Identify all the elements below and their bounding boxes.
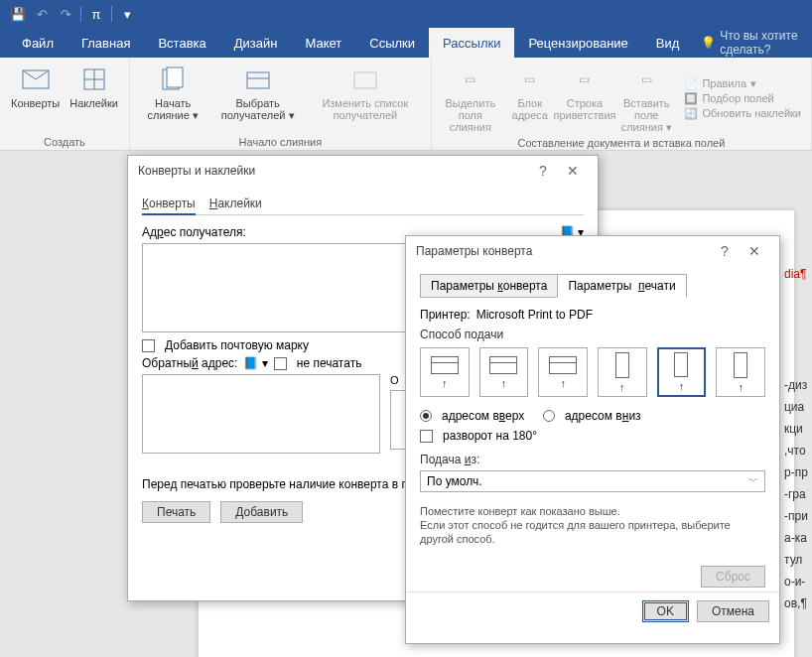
pi-icon[interactable]: π xyxy=(84,2,108,26)
tab-references[interactable]: Ссылки xyxy=(355,28,429,58)
face-down-label: адресом вниз xyxy=(565,409,641,423)
update-labels-button: 🔄 Обновить наклейки xyxy=(684,107,801,120)
face-down-radio[interactable] xyxy=(543,410,555,422)
feed-opt-4[interactable]: ↑ xyxy=(598,347,647,397)
save-icon[interactable]: 💾 xyxy=(6,2,30,26)
edit-recipients-icon xyxy=(349,64,381,95)
greeting-label: Строка приветствия xyxy=(553,97,615,121)
dialog2-tab-print[interactable]: Параметры печати xyxy=(557,274,686,298)
dialog1-tabs: Конверты Наклейки xyxy=(142,194,584,215)
select-recipients-label: Выбрать получателей ▾ xyxy=(214,97,300,121)
tab-view[interactable]: Вид xyxy=(642,28,694,58)
cancel-button[interactable]: Отмена xyxy=(697,600,769,622)
group-create-label: Создать xyxy=(6,134,123,150)
dialog1-tab-envelopes[interactable]: Конверты xyxy=(142,194,196,215)
no-print-checkbox[interactable] xyxy=(274,357,287,370)
add-postage-checkbox[interactable] xyxy=(142,339,155,352)
recipients-icon xyxy=(242,64,274,95)
face-up-radio[interactable] xyxy=(420,410,432,422)
dialog2-tabs: Параметры конверта Параметры печати xyxy=(420,274,765,298)
group-create: Конверты Наклейки Создать xyxy=(0,58,130,150)
envelopes-button[interactable]: Конверты xyxy=(6,62,65,134)
ribbon: Конверты Наклейки Создать Начать слияние… xyxy=(0,58,812,151)
bulb-icon: 💡 xyxy=(701,36,716,50)
face-up-row: адресом вверх адресом вниз xyxy=(420,409,765,423)
return-address-input[interactable] xyxy=(142,374,380,454)
address-block-label: Блок адреса xyxy=(508,97,552,121)
rotate-checkbox[interactable] xyxy=(420,430,433,443)
envelopes-label: Конверты xyxy=(11,97,60,109)
labels-icon xyxy=(78,64,110,95)
select-recipients-button[interactable]: Выбрать получателей ▾ xyxy=(209,62,305,134)
dialog-envelope-options: Параметры конверта ? ✕ Параметры конверт… xyxy=(405,235,780,644)
redo-icon[interactable]: ↷ xyxy=(54,2,77,26)
svg-rect-5 xyxy=(167,67,183,87)
ribbon-tabs: Файл Главная Вставка Дизайн Макет Ссылки… xyxy=(0,28,812,58)
printer-label: Принтер: xyxy=(420,308,471,322)
dialog1-help-icon[interactable]: ? xyxy=(528,163,558,179)
dialog2-tab-envelope[interactable]: Параметры конверта xyxy=(420,274,558,298)
svg-rect-8 xyxy=(354,72,376,88)
face-up-label: адресом вверх xyxy=(442,409,524,423)
feed-from-label: Подача из: xyxy=(420,453,765,466)
start-merge-icon xyxy=(157,64,189,95)
highlight-icon: ▭ xyxy=(455,64,486,95)
ok-button[interactable]: OK xyxy=(642,600,689,622)
tab-layout[interactable]: Макет xyxy=(291,28,355,58)
group-write-insert: ▭ Выделить поля слияния ▭ Блок адреса ▭ … xyxy=(432,58,812,150)
feed-options: ↑ ↑ ↑ ↑ ↑ ↑ xyxy=(420,347,765,397)
group-start-label: Начало слияния xyxy=(136,134,425,150)
highlight-label: Выделить поля слияния xyxy=(443,97,498,133)
rotate-row[interactable]: разворот на 180° xyxy=(420,429,765,443)
feed-opt-5[interactable]: ↑ xyxy=(657,347,707,397)
start-merge-label: Начать слияние ▾ xyxy=(141,97,205,121)
feed-opt-6[interactable]: ↑ xyxy=(716,347,765,397)
tab-home[interactable]: Главная xyxy=(68,28,144,58)
dialog2-close-icon[interactable]: ✕ xyxy=(740,243,769,259)
tab-mailings[interactable]: Рассылки xyxy=(429,28,514,58)
start-merge-button[interactable]: Начать слияние ▾ xyxy=(136,62,210,134)
print-button[interactable]: Печать xyxy=(142,501,210,523)
labels-label: Наклейки xyxy=(69,97,118,109)
feed-from-select[interactable]: По умолч. ﹀ xyxy=(420,470,765,492)
group-write-label: Составление документа и вставка полей xyxy=(438,135,805,151)
tab-insert[interactable]: Вставка xyxy=(144,28,219,58)
feed-method-label: Способ подачи xyxy=(420,328,765,341)
svg-rect-6 xyxy=(247,72,269,88)
edit-recipients-label: Изменить список получателей xyxy=(311,97,420,121)
dialog1-title: Конверты и наклейки xyxy=(138,164,255,178)
dialog2-title: Параметры конверта xyxy=(416,244,532,258)
no-print-label: не печатать xyxy=(297,356,362,370)
tell-me-label: Что вы хотите сделать? xyxy=(720,29,804,57)
undo-icon[interactable]: ↶ xyxy=(30,2,54,26)
add-button[interactable]: Добавить xyxy=(220,501,303,523)
insert-field-icon: ▭ xyxy=(630,64,662,95)
labels-button[interactable]: Наклейки xyxy=(65,62,123,134)
rules-list: 📄 Правила ▾ 🔲 Подбор полей 🔄 Обновить на… xyxy=(680,62,805,135)
rotate-label: разворот на 180° xyxy=(443,429,537,443)
dialog2-help-icon[interactable]: ? xyxy=(710,243,740,259)
highlight-fields-button: ▭ Выделить поля слияния xyxy=(438,62,503,135)
address-block-icon: ▭ xyxy=(514,64,546,95)
dialog1-close-icon[interactable]: ✕ xyxy=(558,163,588,179)
doc-text-fragments: dia¶ -диз циа кци ,что р-пр -гра -при а-… xyxy=(784,263,812,614)
title-bar: 💾 ↶ ↷ π ▾ xyxy=(0,0,812,28)
feed-hint: Поместите конверт как показано выше. Есл… xyxy=(420,504,765,546)
insert-field-label: Вставить поле слияния ▾ xyxy=(617,97,675,133)
dialog1-tab-labels[interactable]: Наклейки xyxy=(209,194,262,214)
qat-more-icon[interactable]: ▾ xyxy=(115,2,139,26)
group-start-merge: Начать слияние ▾ Выбрать получателей ▾ И… xyxy=(130,58,432,150)
dialog1-titlebar[interactable]: Конверты и наклейки ? ✕ xyxy=(128,156,598,186)
feed-opt-1[interactable]: ↑ xyxy=(420,347,470,397)
edit-recipients-button: Изменить список получателей xyxy=(306,62,425,134)
printer-value: Microsoft Print to PDF xyxy=(476,308,593,322)
feed-from-value: По умолч. xyxy=(427,474,481,488)
tell-me[interactable]: 💡 Что вы хотите сделать? xyxy=(693,28,812,58)
greeting-line-button: ▭ Строка приветствия xyxy=(557,62,612,135)
tab-review[interactable]: Рецензирование xyxy=(514,28,641,58)
tab-design[interactable]: Дизайн xyxy=(220,28,292,58)
feed-opt-3[interactable]: ↑ xyxy=(538,347,588,397)
dialog2-titlebar[interactable]: Параметры конверта ? ✕ xyxy=(406,236,779,266)
tab-file[interactable]: Файл xyxy=(8,28,68,58)
feed-opt-2[interactable]: ↑ xyxy=(479,347,529,397)
